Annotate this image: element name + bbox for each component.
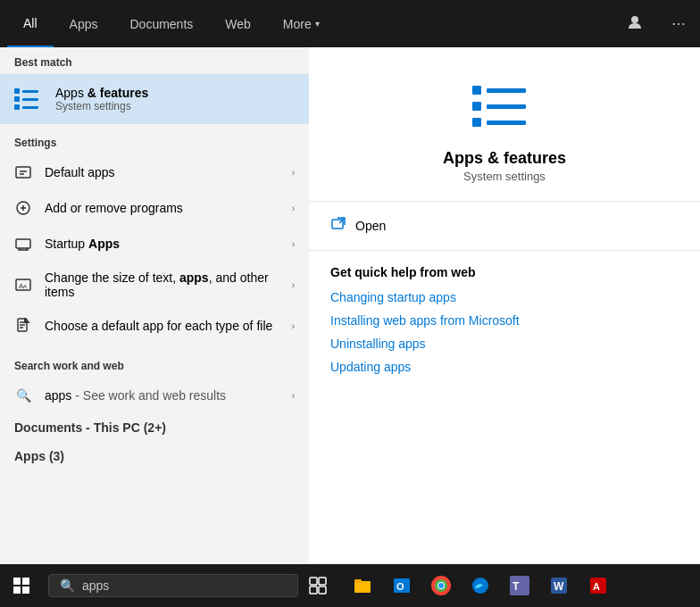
tab-apps[interactable]: Apps — [54, 0, 114, 47]
best-match-label: Best match — [0, 47, 309, 74]
edge-icon[interactable] — [462, 568, 498, 603]
web-search-item-text: apps - See work and web results — [45, 388, 279, 403]
right-panel: Apps & features System settings Open Get… — [309, 47, 700, 564]
default-apps-icon — [14, 163, 32, 181]
person-icon[interactable] — [620, 11, 650, 37]
svg-rect-11 — [22, 578, 29, 585]
settings-section: Settings Default apps › Add or remove pr… — [0, 124, 309, 344]
svg-rect-10 — [13, 578, 21, 585]
svg-text:A: A — [593, 581, 600, 592]
documents-category: Documents - This PC (2+) — [0, 413, 309, 442]
quick-link-0[interactable]: Changing startup apps — [330, 290, 679, 304]
svg-text:O: O — [396, 581, 404, 592]
taskbar-search-text: apps — [82, 578, 109, 593]
chrome-icon[interactable] — [423, 568, 459, 603]
tab-more[interactable]: More ▾ — [267, 0, 336, 47]
open-icon — [330, 216, 346, 236]
taskbar-pinned-icons: O T W A — [345, 568, 616, 603]
svg-rect-16 — [310, 586, 317, 594]
best-match-title: Apps & features — [55, 86, 148, 100]
svg-rect-15 — [319, 578, 326, 585]
word-icon[interactable]: W — [541, 568, 577, 603]
settings-item-add-remove-text: Add or remove programs — [45, 201, 279, 215]
acrobat-icon[interactable]: A — [580, 568, 616, 603]
best-match-item[interactable]: Apps & features System settings — [0, 74, 309, 124]
tab-documents[interactable]: Documents — [113, 0, 209, 47]
open-button[interactable]: Open — [309, 202, 700, 251]
right-app-subtitle: System settings — [463, 170, 546, 183]
default-apps-label: Default apps — [45, 165, 115, 179]
quick-help-section: Get quick help from web Changing startup… — [309, 251, 700, 397]
settings-item-text-size[interactable]: AA Change the size of text, apps, and ot… — [0, 262, 309, 308]
best-match-text: Apps & features System settings — [55, 86, 148, 112]
tab-web-label: Web — [225, 17, 251, 31]
chevron-right-icon-2: › — [292, 204, 295, 213]
add-remove-icon — [14, 199, 32, 217]
search-work-web-section: Search work and web 🔍 apps - See work an… — [0, 344, 309, 413]
main-container: Best match Apps & features System settin… — [0, 47, 700, 564]
search-icon: 🔍 — [14, 387, 32, 404]
svg-rect-13 — [22, 586, 29, 594]
tab-web[interactable]: Web — [209, 0, 267, 47]
chevron-right-icon-3: › — [292, 239, 295, 249]
search-work-web-label: Search work and web — [0, 351, 309, 378]
taskbar-search-icon: 🔍 — [60, 578, 75, 593]
svg-text:A: A — [23, 284, 27, 289]
settings-item-default-file[interactable]: Choose a default app for each type of fi… — [0, 308, 309, 344]
chevron-down-icon: ▾ — [315, 19, 320, 29]
outlook-icon[interactable]: O — [384, 568, 420, 603]
right-app-title: Apps & features — [443, 149, 566, 168]
nav-icons: ⋯ — [620, 11, 693, 37]
settings-label: Settings — [0, 128, 309, 154]
chevron-right-icon-6: › — [292, 391, 295, 401]
settings-item-startup-text: Startup Apps — [45, 237, 279, 251]
quick-help-title: Get quick help from web — [330, 265, 679, 279]
svg-rect-17 — [319, 586, 326, 594]
quick-link-1[interactable]: Installing web apps from Microsoft — [330, 313, 679, 328]
svg-rect-1 — [16, 167, 30, 178]
open-text: Open — [355, 219, 386, 233]
chevron-right-icon-5: › — [292, 321, 295, 331]
settings-item-default-apps[interactable]: Default apps › — [0, 154, 309, 190]
right-apps-features-icon — [472, 74, 537, 138]
best-match-subtitle: System settings — [55, 100, 148, 112]
startup-icon — [14, 235, 32, 253]
tab-all[interactable]: All — [7, 0, 54, 47]
svg-rect-14 — [310, 578, 317, 585]
settings-item-text-size-text: Change the size of text, apps, and other… — [45, 270, 279, 299]
apps-features-icon — [14, 85, 43, 113]
svg-point-0 — [631, 16, 638, 23]
settings-item-startup[interactable]: Startup Apps › — [0, 226, 309, 262]
svg-text:T: T — [512, 580, 520, 593]
add-remove-label: Add or remove programs — [45, 201, 183, 215]
nav-tabs: All Apps Documents Web More ▾ — [7, 0, 620, 47]
default-file-icon — [14, 317, 32, 335]
taskbar-search[interactable]: 🔍 apps — [48, 574, 298, 597]
svg-point-25 — [438, 583, 444, 588]
tab-all-label: All — [23, 16, 38, 30]
chevron-right-icon: › — [292, 168, 295, 178]
tab-documents-label: Documents — [129, 17, 193, 31]
settings-item-default-file-text: Choose a default app for each type of fi… — [45, 319, 279, 333]
top-nav: All Apps Documents Web More ▾ ⋯ — [0, 0, 700, 47]
quick-link-3[interactable]: Updating apps — [330, 360, 679, 374]
windows-start-icon[interactable] — [4, 568, 39, 603]
tab-more-label: More — [283, 17, 312, 31]
text-size-icon: AA — [14, 276, 32, 294]
more-dots-icon[interactable]: ⋯ — [664, 12, 693, 36]
svg-rect-3 — [16, 239, 30, 248]
svg-rect-19 — [354, 579, 362, 583]
settings-item-add-remove[interactable]: Add or remove programs › — [0, 190, 309, 226]
web-search-item[interactable]: 🔍 apps - See work and web results › — [0, 378, 309, 413]
svg-text:W: W — [554, 580, 564, 593]
left-panel: Best match Apps & features System settin… — [0, 47, 309, 564]
tab-apps-label: Apps — [70, 17, 98, 31]
quick-link-2[interactable]: Uninstalling apps — [330, 337, 679, 351]
explorer-icon[interactable] — [345, 568, 380, 603]
right-app-info: Apps & features System settings — [309, 47, 700, 202]
apps-category: Apps (3) — [0, 442, 309, 470]
teams-icon[interactable]: T — [502, 568, 538, 603]
task-view-icon[interactable] — [300, 568, 336, 603]
svg-rect-12 — [13, 586, 21, 594]
chevron-right-icon-4: › — [292, 280, 295, 290]
